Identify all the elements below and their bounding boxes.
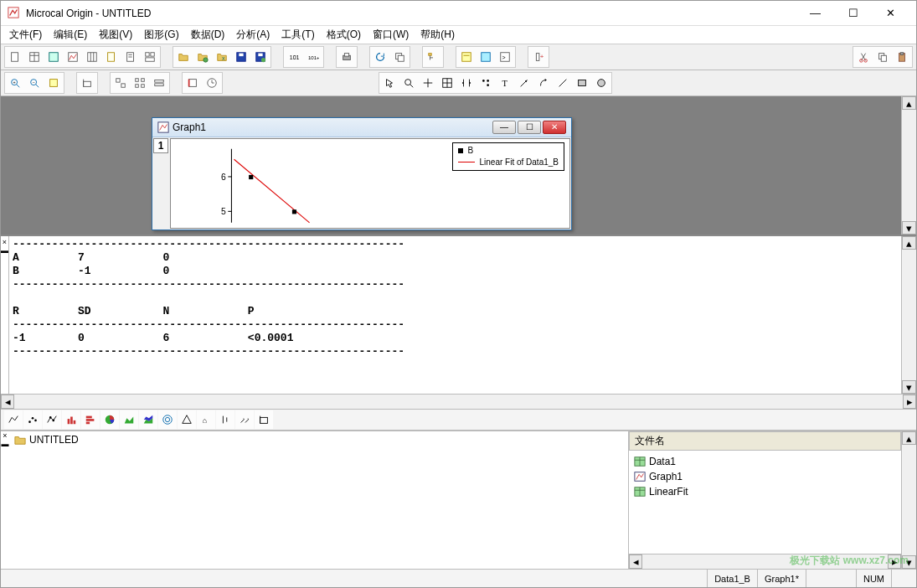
graph-close-button[interactable]: ✕ — [543, 121, 566, 134]
vector-plot-button[interactable] — [235, 410, 254, 429]
maximize-button[interactable]: ☐ — [834, 2, 872, 25]
line-plot-button[interactable] — [4, 410, 23, 429]
merge-button[interactable] — [131, 74, 149, 92]
add-time-button[interactable] — [203, 74, 221, 92]
screen-reader-button[interactable] — [419, 74, 437, 92]
save-template-button[interactable] — [251, 48, 270, 66]
import-multi-button[interactable]: 101+ — [304, 48, 322, 66]
results-scroll-up[interactable]: ▴ — [902, 236, 916, 250]
menu-help[interactable]: 帮助(H) — [415, 26, 460, 44]
cut-button[interactable] — [854, 48, 873, 66]
results-close-button[interactable]: ×▬ — [1, 236, 9, 394]
open-template-button[interactable] — [193, 48, 212, 66]
new-matrix-button[interactable] — [83, 48, 101, 66]
results-scroll-right[interactable]: ▸ — [903, 395, 916, 409]
template-plot-button[interactable] — [255, 410, 273, 429]
pointer-button[interactable] — [380, 74, 399, 92]
graph-titlebar[interactable]: Graph1 — ☐ ✕ — [152, 118, 571, 137]
results-vscroll[interactable]: ▴▾ — [901, 236, 916, 394]
copy-button[interactable] — [873, 48, 892, 66]
close-button[interactable]: ✕ — [872, 2, 909, 25]
project-explorer-button[interactable] — [424, 48, 442, 66]
layer-tab[interactable]: 1 — [153, 138, 168, 153]
add-column-button[interactable]: + — [529, 48, 548, 66]
minimize-button[interactable]: — — [796, 2, 834, 25]
code-builder-button[interactable] — [477, 48, 495, 66]
file-item-data1[interactable]: Data1 — [634, 454, 896, 469]
curved-arrow-button[interactable] — [534, 74, 553, 92]
data-selector-button[interactable] — [457, 74, 476, 92]
new-graph-button[interactable] — [64, 48, 82, 66]
pie-plot-button[interactable] — [100, 410, 119, 429]
menu-tools[interactable]: 工具(T) — [276, 26, 319, 44]
script-window-button[interactable]: > — [496, 48, 514, 66]
file-item-linearfit[interactable]: LinearFit — [634, 484, 896, 499]
paste-button[interactable] — [893, 48, 911, 66]
polar-plot-button[interactable] — [158, 410, 177, 429]
menu-analysis[interactable]: 分析(A) — [231, 26, 275, 44]
rescale-button[interactable] — [44, 74, 63, 92]
menu-graph[interactable]: 图形(G) — [139, 26, 183, 44]
rectangle-tool-button[interactable] — [573, 74, 591, 92]
duplicate-button[interactable] — [390, 48, 409, 66]
arrow-tool-button[interactable] — [515, 74, 533, 92]
new-function-button[interactable] — [102, 48, 121, 66]
ternary-plot-button[interactable] — [178, 410, 196, 429]
menu-edit[interactable]: 编辑(E) — [49, 26, 92, 44]
project-root-label[interactable]: UNTITLED — [29, 434, 79, 446]
legend[interactable]: B Linear Fit of Data1_B — [452, 142, 565, 171]
refresh-button[interactable] — [371, 48, 389, 66]
zoom-out-button[interactable]: − — [25, 74, 44, 92]
files-vscroll[interactable]: ▴▾ — [901, 431, 916, 570]
zoom-tool-button[interactable] — [399, 74, 418, 92]
hilo-plot-button[interactable] — [216, 410, 234, 429]
area-plot-button[interactable] — [120, 410, 138, 429]
bar-plot-button[interactable] — [81, 410, 100, 429]
project-tree[interactable]: UNTITLED — [9, 431, 629, 570]
line-scatter-button[interactable] — [43, 410, 61, 429]
text-tool-button[interactable]: T — [496, 74, 514, 92]
extract-button[interactable] — [111, 74, 130, 92]
smith-plot-button[interactable]: ⌂ — [197, 410, 215, 429]
project-close-button[interactable]: ×▬ — [1, 431, 9, 570]
menu-data[interactable]: 数据(D) — [186, 26, 230, 44]
workspace-vscroll[interactable]: ▴ ▾ — [901, 96, 916, 235]
add-left-y-button[interactable] — [183, 74, 202, 92]
scroll-up-button[interactable]: ▴ — [902, 96, 916, 110]
menu-window[interactable]: 窗口(W) — [368, 26, 414, 44]
line-tool-button[interactable] — [554, 74, 572, 92]
graph-minimize-button[interactable]: — — [492, 121, 516, 134]
results-text[interactable]: ----------------------------------------… — [9, 236, 901, 394]
plot-area[interactable]: 6 5 B Linear Fit of Data1_B — [170, 138, 570, 229]
menu-file[interactable]: 文件(F) — [4, 26, 47, 44]
new-notes-button[interactable] — [121, 48, 140, 66]
scatter-plot-button[interactable] — [23, 410, 42, 429]
menu-format[interactable]: 格式(O) — [322, 26, 366, 44]
draw-data-button[interactable] — [477, 74, 495, 92]
zoom-in-button[interactable]: + — [6, 74, 24, 92]
menu-view[interactable]: 视图(V) — [94, 26, 137, 44]
new-layout-button[interactable] — [141, 48, 159, 66]
open-excel-button[interactable]: X — [213, 48, 231, 66]
results-scroll-left[interactable]: ◂ — [1, 395, 14, 409]
arrange-button[interactable] — [150, 74, 168, 92]
circle-tool-button[interactable] — [592, 74, 610, 92]
file-item-graph1[interactable]: Graph1 — [634, 469, 896, 484]
results-hscroll[interactable]: ◂▸ — [1, 394, 916, 409]
layer-button[interactable] — [78, 74, 96, 92]
new-worksheet-button[interactable] — [25, 48, 44, 66]
import-ascii-button[interactable]: 101 — [285, 48, 303, 66]
print-button[interactable] — [337, 48, 356, 66]
graph-window[interactable]: Graph1 — ☐ ✕ 1 6 5 — [152, 117, 572, 230]
open-button[interactable] — [174, 48, 193, 66]
new-project-button[interactable] — [6, 48, 24, 66]
column-plot-button[interactable] — [62, 410, 80, 429]
data-reader-button[interactable] — [438, 74, 456, 92]
graph-maximize-button[interactable]: ☐ — [518, 121, 541, 134]
results-scroll-down[interactable]: ▾ — [902, 380, 916, 394]
files-header[interactable]: 文件名 — [629, 431, 901, 451]
stack-area-button[interactable] — [139, 410, 157, 429]
results-log-button[interactable] — [457, 48, 476, 66]
save-button[interactable] — [232, 48, 250, 66]
scroll-down-button[interactable]: ▾ — [902, 221, 916, 235]
